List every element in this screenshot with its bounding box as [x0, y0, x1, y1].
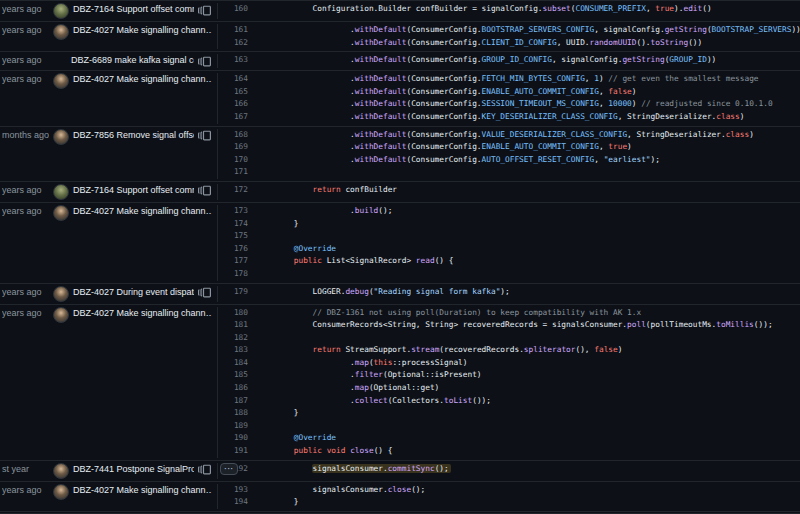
blame-hunk: years agoDBZ-7164 Support offset commi…1… — [0, 0, 800, 21]
avatar[interactable] — [53, 286, 69, 302]
line-number[interactable]: 191 — [218, 445, 248, 458]
blame-line-row: 182 — [218, 332, 800, 345]
code-token: (recoveredRecords. — [439, 345, 524, 354]
commit-message-link[interactable]: DBZ-7164 Support offset commi… — [73, 3, 194, 16]
line-number[interactable]: 170 — [218, 154, 248, 167]
line-number[interactable]: 167 — [218, 111, 248, 124]
line-number[interactable]: 160 — [218, 3, 248, 16]
code-token: return — [313, 185, 341, 194]
code-token: )) — [707, 55, 716, 64]
line-number[interactable]: 179 — [218, 286, 248, 299]
avatar[interactable] — [53, 205, 69, 221]
code-lines: 179 LOGGER.debug("Reading signal form ka… — [218, 286, 800, 302]
avatar[interactable] — [53, 484, 69, 500]
blame-line-row: 169 .withDefault(ConsumerConfig.ENABLE_A… — [218, 141, 800, 154]
code-line — [248, 332, 800, 345]
line-number[interactable]: 180 — [218, 307, 248, 320]
line-number[interactable]: 174 — [218, 218, 248, 231]
commit-message-link[interactable]: DBZ-7441 Postpone SignalProce… — [73, 463, 194, 476]
avatar[interactable] — [53, 307, 69, 323]
line-number[interactable]: 172 — [218, 184, 248, 197]
commit-message-link[interactable]: DBZ-4027 Make signalling chann… — [73, 205, 212, 218]
code-token: @Override — [294, 244, 336, 253]
blame-hunk: years agoDBZ-4027 During event dispatch…… — [0, 283, 800, 304]
code-token: stream — [411, 345, 439, 354]
code-line: .withDefault(ConsumerConfig.BOOTSTRAP_SE… — [248, 24, 800, 37]
code-token: class — [726, 130, 749, 139]
versions-icon[interactable] — [198, 3, 212, 17]
commit-message-link[interactable]: DBZ-4027 During event dispatch… — [73, 286, 194, 299]
code-token: withDefault — [355, 87, 407, 96]
code-token: (Collectors. — [388, 396, 444, 405]
line-number[interactable]: 184 — [218, 357, 248, 370]
versions-icon[interactable] — [198, 286, 212, 300]
line-number[interactable]: 182 — [218, 332, 248, 345]
line-number[interactable]: 185 — [218, 369, 248, 382]
code-token: signalsConsumer. — [275, 485, 388, 494]
line-number[interactable]: 187 — [218, 395, 248, 408]
line-number[interactable]: 166 — [218, 98, 248, 111]
code-token: (ConsumerConfig. — [406, 155, 481, 164]
line-number[interactable]: 193 — [218, 484, 248, 497]
versions-icon[interactable] — [198, 129, 212, 143]
line-number[interactable]: 194 — [218, 496, 248, 509]
line-number[interactable]: 169 — [218, 141, 248, 154]
commit-message-link[interactable]: DBZ-4027 Make signalling chann… — [73, 73, 212, 86]
code-token — [275, 433, 294, 442]
avatar[interactable] — [53, 184, 69, 200]
line-number[interactable]: 188 — [218, 407, 248, 420]
code-token: spliterator — [524, 345, 576, 354]
commit-message-link[interactable]: DBZ-4027 Make signalling chann… — [73, 24, 212, 37]
code-line: Configuration.Builder confBuilder = sign… — [248, 3, 800, 16]
line-number[interactable]: 161 — [218, 24, 248, 37]
line-number[interactable]: 181 — [218, 319, 248, 332]
avatar[interactable] — [53, 129, 69, 145]
code-token — [275, 345, 313, 354]
blame-line-row: 183 return StreamSupport.stream(recovere… — [218, 344, 800, 357]
blame-line-row: 174 } — [218, 218, 800, 231]
code-token: public — [294, 256, 322, 265]
line-number[interactable]: 173 — [218, 205, 248, 218]
avatar[interactable] — [53, 24, 69, 40]
line-number[interactable]: 168 — [218, 129, 248, 142]
line-number[interactable]: 165 — [218, 86, 248, 99]
commit-message-link[interactable]: DBZ-6689 make kafka signal cons… — [71, 54, 194, 67]
line-number[interactable]: 164 — [218, 73, 248, 86]
line-number[interactable]: 175 — [218, 230, 248, 243]
line-number[interactable]: 162 — [218, 37, 248, 50]
code-line: .withDefault(ConsumerConfig.SESSION_TIME… — [248, 98, 800, 111]
line-number[interactable]: 186 — [218, 382, 248, 395]
code-token — [275, 244, 294, 253]
commit-message-link[interactable]: DBZ-4027 Make signalling chann… — [73, 307, 212, 320]
versions-icon[interactable] — [198, 184, 212, 198]
commit-message-link[interactable]: DBZ-7164 Support offset commi… — [73, 184, 194, 197]
code-lines: 180 // DBZ-1361 not using poll(Duration)… — [218, 307, 800, 458]
code-line: // DBZ-1361 not using poll(Duration) to … — [248, 307, 800, 320]
commit-message-link[interactable]: DBZ-4027 Make signalling chann… — [73, 484, 212, 497]
line-number[interactable]: 177 — [218, 255, 248, 268]
code-line — [248, 230, 800, 243]
line-number[interactable]: 163 — [218, 54, 248, 67]
line-number[interactable]: 171 — [218, 166, 248, 179]
blame-line-row: 188 } — [218, 407, 800, 420]
code-token: ()); — [754, 320, 773, 329]
code-token: map — [355, 358, 369, 367]
blame-line-row: 181 ConsumerRecords<String, String> reco… — [218, 319, 800, 332]
versions-icon[interactable] — [198, 463, 212, 477]
avatar[interactable] — [53, 3, 69, 19]
code-token: CONSUMER_PREFIX — [575, 4, 645, 13]
versions-icon[interactable] — [198, 54, 212, 68]
line-number[interactable]: 183 — [218, 344, 248, 357]
avatar[interactable] — [53, 463, 69, 479]
line-number[interactable]: 189 — [218, 420, 248, 433]
line-number[interactable]: 190 — [218, 432, 248, 445]
commit-time: years ago — [2, 286, 49, 299]
blame-line-row: 166 .withDefault(ConsumerConfig.SESSION_… — [218, 98, 800, 111]
avatar[interactable] — [53, 73, 69, 89]
kebab-horizontal-icon[interactable]: ··· — [220, 463, 238, 475]
line-number[interactable]: 176 — [218, 243, 248, 256]
commit-message-link[interactable]: DBZ-7856 Remove signal offset … — [73, 129, 194, 142]
code-token: ) — [599, 74, 608, 83]
highlighted-code: signalsConsumer.commitSync(); — [312, 464, 451, 473]
line-number[interactable]: 178 — [218, 268, 248, 281]
